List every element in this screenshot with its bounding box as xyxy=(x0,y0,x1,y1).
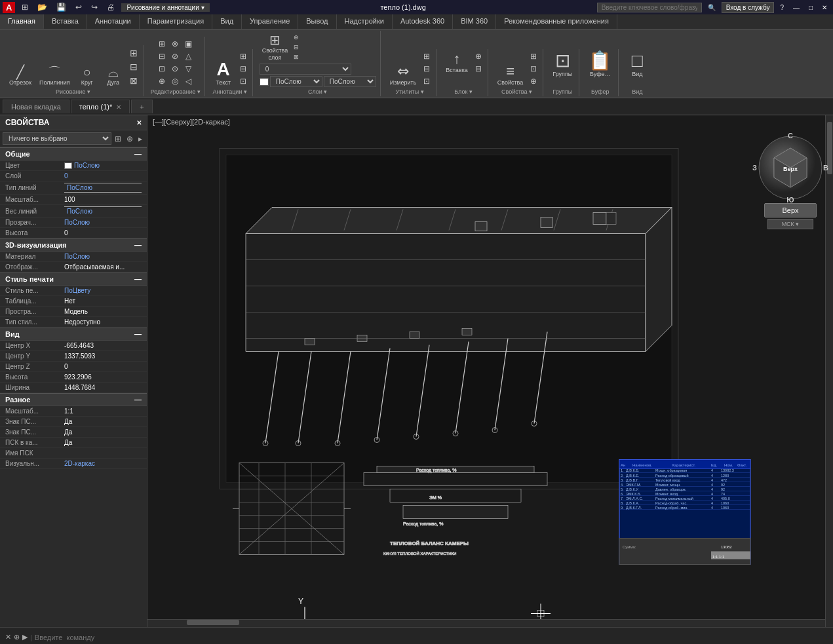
navigation-cube[interactable]: Верх С Ю З В Верх МСК ▾ xyxy=(754,135,826,220)
tab-insert[interactable]: Вставка xyxy=(44,14,87,29)
btn-layer-sm2[interactable]: ⊟ xyxy=(292,43,301,52)
btn-edit-sm9[interactable]: ▣ xyxy=(183,38,194,50)
doc-tab-new[interactable]: Новая вкладка xyxy=(3,100,69,113)
quick-access-save[interactable]: 💾 xyxy=(54,1,69,13)
search-icon[interactable]: 🔍 xyxy=(705,3,719,12)
quick-access-print[interactable]: 🖨 xyxy=(104,1,117,13)
section-3d[interactable]: 3D-визуализация — xyxy=(0,238,147,252)
btn-circle[interactable]: ○ Круг xyxy=(75,64,99,87)
tab-view[interactable]: Вид xyxy=(212,14,242,29)
lineweight-value[interactable]: ПоСлою xyxy=(64,206,142,216)
btn-edit-sm8[interactable]: ◎ xyxy=(170,75,180,87)
quick-access-open[interactable]: 📂 xyxy=(35,1,50,13)
btn-text[interactable]: A Текст xyxy=(212,59,235,87)
nav-top-button[interactable]: Верх xyxy=(764,203,817,218)
search-input[interactable] xyxy=(597,3,702,12)
tab-recommended[interactable]: Рекомендованные приложения xyxy=(496,14,617,29)
cmd-run-icon[interactable]: ▶ xyxy=(22,633,28,641)
btn-edit-sm4[interactable]: ⊕ xyxy=(157,75,167,87)
linetype-dropdown[interactable]: ПоСлою xyxy=(324,76,376,87)
login-button[interactable]: Вход в службу xyxy=(722,2,775,13)
btn-groups[interactable]: ⊡ Группы xyxy=(550,50,575,79)
btn-prop-sm3[interactable]: ⊕ xyxy=(528,75,539,87)
tab-autodesk360[interactable]: Autodesk 360 xyxy=(393,14,453,29)
properties-close-icon[interactable]: ✕ xyxy=(136,119,142,126)
btn-edit-sm10[interactable]: △ xyxy=(183,50,194,62)
btn-text-sm2[interactable]: ⊟ xyxy=(238,63,248,75)
tab-bim360[interactable]: BIM 360 xyxy=(453,14,496,29)
btn-properties[interactable]: ≡ Свойства xyxy=(495,63,526,87)
btn-meas-sm3[interactable]: ⊡ xyxy=(421,75,432,87)
prop-more-icon[interactable]: ▸ xyxy=(136,134,144,144)
btn-edit-sm12[interactable]: ◁ xyxy=(183,75,194,87)
section-view[interactable]: Вид — xyxy=(0,328,147,341)
btn-edit-sm11[interactable]: ▽ xyxy=(183,63,194,75)
scrollbar-h-thumb[interactable] xyxy=(187,620,239,625)
printstyle-value[interactable]: ПоЦвету xyxy=(64,287,142,294)
btn-prop-sm1[interactable]: ⊞ xyxy=(528,50,539,62)
btn-block-sm1[interactable]: ⊕ xyxy=(473,50,484,62)
btn-prop-sm2[interactable]: ⊡ xyxy=(528,63,539,75)
btn-edit-sm6[interactable]: ⊘ xyxy=(170,50,180,62)
drawing-mode-dropdown[interactable]: Рисование и аннотации ▾ xyxy=(121,3,209,12)
btn-edit-sm1[interactable]: ⊞ xyxy=(157,38,167,50)
quick-access-redo[interactable]: ↪ xyxy=(88,1,100,13)
btn-measure[interactable]: ⇔ Измерить xyxy=(387,63,419,87)
section-general[interactable]: Общие — xyxy=(0,147,147,161)
selection-dropdown[interactable]: Ничего не выбрано xyxy=(3,132,111,145)
maximize-button[interactable]: □ xyxy=(805,3,816,12)
visual-value[interactable]: 2D-каркас xyxy=(64,460,142,467)
btn-layer-sm3[interactable]: ⊠ xyxy=(292,52,301,62)
doc-tab-current[interactable]: тепло (1)* ✕ xyxy=(71,100,130,113)
btn-text-sm1[interactable]: ⊞ xyxy=(238,50,248,62)
tab-manage[interactable]: Управление xyxy=(242,14,298,29)
command-input[interactable] xyxy=(35,634,828,641)
btn-polyline[interactable]: ⌒ Полилиния xyxy=(37,64,73,87)
color-value[interactable]: ПоСлою xyxy=(74,162,142,169)
btn-text-sm3[interactable]: ⊡ xyxy=(238,75,248,87)
linetype-value[interactable]: ПоСлою xyxy=(64,183,142,193)
btn-line[interactable]: ╱ Отрезок xyxy=(7,64,34,87)
btn-layer-props[interactable]: ⊞ Свойства слоя xyxy=(260,32,291,62)
btn-block-sm2[interactable]: ⊟ xyxy=(473,63,484,75)
btn-edit-sm2[interactable]: ⊟ xyxy=(157,50,167,62)
layer-dropdown[interactable]: 0 xyxy=(260,64,351,75)
tab-parametrize[interactable]: Параметризация xyxy=(140,14,212,29)
btn-edit-sm3[interactable]: ⊡ xyxy=(157,63,167,75)
horizontal-scrollbar[interactable] xyxy=(147,619,825,627)
btn-draw-sm1[interactable]: ⊞ xyxy=(128,47,140,60)
color-dropdown[interactable]: ПоСлою xyxy=(270,76,322,87)
quick-access-new[interactable]: ⊞ xyxy=(19,1,31,13)
layer-value[interactable]: 0 xyxy=(64,172,142,180)
btn-clipboard[interactable]: 📋 Буфе… xyxy=(586,50,614,79)
msk-label[interactable]: МСК ▾ xyxy=(767,219,813,229)
btn-draw-sm3[interactable]: ⊠ xyxy=(128,74,140,87)
btn-view[interactable]: □ Вид xyxy=(625,50,649,79)
btn-insert[interactable]: ↑ Вставка xyxy=(443,50,470,75)
tab-output[interactable]: Вывод xyxy=(298,14,336,29)
btn-edit-sm5[interactable]: ⊗ xyxy=(170,38,180,50)
tab-addons[interactable]: Надстройки xyxy=(337,14,393,29)
btn-draw-sm2[interactable]: ⊟ xyxy=(128,60,140,73)
tab-annotations[interactable]: Аннотации xyxy=(87,14,140,29)
tab-main[interactable]: Главная xyxy=(0,14,44,29)
btn-meas-sm1[interactable]: ⊞ xyxy=(421,50,432,62)
btn-meas-sm2[interactable]: ⊟ xyxy=(421,63,432,75)
viewport[interactable]: [—][Сверху][2D-каркас] xyxy=(147,115,833,627)
doc-tab-add[interactable]: + xyxy=(131,100,152,113)
app-icon[interactable]: A xyxy=(3,2,15,13)
section-misc[interactable]: Разное — xyxy=(0,393,147,406)
minimize-button[interactable]: — xyxy=(790,3,803,12)
cmd-add-icon[interactable]: ⊕ xyxy=(14,633,20,641)
btn-arc[interactable]: ⌓ Дуга xyxy=(102,64,125,87)
help-icon[interactable]: ? xyxy=(777,3,787,12)
close-tab-icon[interactable]: ✕ xyxy=(116,104,121,111)
cmd-cancel-icon[interactable]: ✕ xyxy=(5,633,11,641)
close-button[interactable]: ✕ xyxy=(819,3,830,12)
section-print[interactable]: Стиль печати — xyxy=(0,273,147,286)
prop-list-icon[interactable]: ⊞ xyxy=(113,134,123,144)
transparency-value[interactable]: ПоСлою xyxy=(64,219,142,226)
prop-toggle-icon[interactable]: ⊕ xyxy=(125,134,135,144)
btn-edit-sm7[interactable]: ⊙ xyxy=(170,63,180,75)
material-value[interactable]: ПоСлою xyxy=(64,253,142,260)
